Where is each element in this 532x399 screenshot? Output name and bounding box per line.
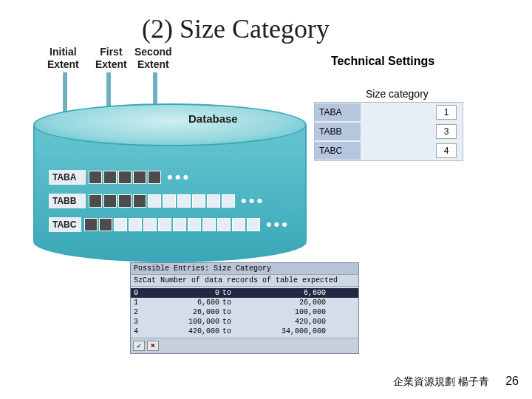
dialog-col-to-word: to: [222, 298, 240, 307]
size-category-panel: TABA 1 TABB 3 TABC 4: [314, 102, 463, 161]
slide-title: (2) Size Category: [142, 13, 330, 44]
db-table-name: TABC: [49, 217, 81, 232]
panel-row: TABA 1: [315, 103, 463, 122]
db-extent-cells: [89, 194, 236, 208]
db-extent-cell: [103, 194, 117, 208]
footer-text: 企業資源規劃 楊子青: [393, 375, 489, 389]
panel-row-value: 1: [436, 105, 457, 120]
db-extent-cell: [188, 218, 201, 231]
db-table-name: TABA: [49, 170, 86, 185]
ellipsis-icon: •••: [241, 197, 265, 205]
ellipsis-icon: •••: [266, 221, 290, 228]
dialog-col-cat: 3: [134, 317, 149, 327]
dialog-col-from: 0: [149, 288, 222, 298]
dialog-col-to-word: to: [222, 307, 240, 317]
db-extent-cell: [129, 218, 142, 231]
db-extent-cell: [118, 171, 132, 184]
label-second-extent: SecondExtent: [134, 46, 172, 71]
db-extent-cell: [217, 218, 231, 231]
db-extent-cell: [148, 171, 161, 184]
db-extent-cell: [84, 218, 98, 231]
db-extent-cell: [207, 194, 220, 208]
database-label: Database: [188, 112, 238, 125]
dialog-footer: ✔ ✖: [131, 338, 358, 353]
db-tablespace-list: TABA•••TABB•••TABC•••: [49, 170, 290, 241]
dialog-row[interactable]: 16,600to26,000: [131, 298, 358, 307]
dialog-col-to-word: to: [222, 288, 240, 298]
dialog-col-to: 100,000: [240, 307, 329, 317]
dialog-col-to: 26,000: [240, 298, 329, 307]
dialog-col-cat: 1: [134, 298, 149, 307]
dialog-col-from: 26,000: [149, 307, 222, 317]
ellipsis-icon: •••: [167, 174, 191, 181]
panel-row-value: 4: [436, 143, 457, 158]
db-extent-cell: [114, 218, 127, 231]
db-table-name: TABB: [49, 194, 86, 208]
db-extent-cell: [133, 194, 146, 208]
panel-row-value: 3: [436, 124, 457, 139]
dialog-cancel-button[interactable]: ✖: [147, 341, 159, 351]
label-first-extent: FirstExtent: [95, 46, 127, 71]
dialog-col-to: 6,600: [240, 288, 329, 298]
db-extent-cell: [177, 194, 191, 208]
db-extent-cell: [247, 218, 260, 231]
db-extent-cell: [232, 218, 245, 231]
db-extent-cell: [89, 171, 102, 184]
label-initial-extent: InitialExtent: [47, 46, 79, 71]
dialog-col-from: 6,600: [149, 298, 222, 307]
db-extent-cell: [143, 218, 157, 231]
dialog-header-row: SzCat Number of data records of table ex…: [131, 275, 358, 287]
db-table-row: TABB•••: [49, 194, 290, 208]
db-extent-cell: [222, 194, 235, 208]
page-number: 26: [505, 375, 519, 388]
dialog-col-cat: 0: [134, 288, 149, 298]
dialog-ok-button[interactable]: ✔: [133, 341, 145, 351]
size-category-dialog: Possible Entries: Size Category SzCat Nu…: [130, 262, 359, 354]
dialog-col-cat: 2: [134, 307, 149, 317]
dialog-row[interactable]: 226,000to100,000: [131, 307, 358, 317]
db-table-row: TABC•••: [49, 217, 290, 232]
database-lid: [33, 103, 307, 146]
db-extent-cell: [89, 194, 102, 208]
db-table-row: TABA•••: [49, 170, 290, 185]
dialog-row[interactable]: 4420,000to34,000,000: [131, 327, 358, 336]
dialog-col-from: 420,000: [149, 327, 222, 336]
db-extent-cell: [202, 218, 216, 231]
panel-row-name: TABB: [315, 123, 361, 140]
db-extent-cell: [99, 218, 112, 231]
db-extent-cell: [103, 171, 117, 184]
db-extent-cells: [84, 218, 262, 231]
db-extent-cell: [158, 218, 171, 231]
size-category-heading: Size category: [366, 88, 429, 100]
db-extent-cell: [192, 194, 205, 208]
technical-settings-heading: Technical Settings: [331, 55, 434, 68]
db-extent-cell: [173, 218, 186, 231]
db-extent-cell: [148, 194, 161, 208]
dialog-col-to: 420,000: [240, 317, 329, 327]
dialog-col-to-word: to: [222, 317, 240, 327]
db-extent-cell: [133, 171, 146, 184]
panel-row: TABB 3: [315, 122, 463, 141]
panel-row-name: TABA: [315, 103, 361, 121]
dialog-title: Possible Entries: Size Category: [131, 263, 358, 275]
dialog-grid: 00to6,60016,600to26,000226,000to100,0003…: [131, 287, 358, 338]
dialog-row[interactable]: 00to6,600: [131, 288, 358, 298]
panel-row-name: TABC: [315, 142, 361, 160]
panel-row: TABC 4: [315, 141, 463, 160]
dialog-col-cat: 4: [134, 327, 149, 336]
slide-footer: 企業資源規劃 楊子青 26: [393, 375, 519, 389]
db-extent-cell: [118, 194, 132, 208]
dialog-col-to-word: to: [222, 327, 240, 336]
db-extent-cells: [89, 171, 163, 184]
db-extent-cell: [163, 194, 176, 208]
dialog-col-to: 34,000,000: [240, 327, 329, 336]
dialog-row[interactable]: 3100,000to420,000: [131, 317, 358, 327]
dialog-col-from: 100,000: [149, 317, 222, 327]
